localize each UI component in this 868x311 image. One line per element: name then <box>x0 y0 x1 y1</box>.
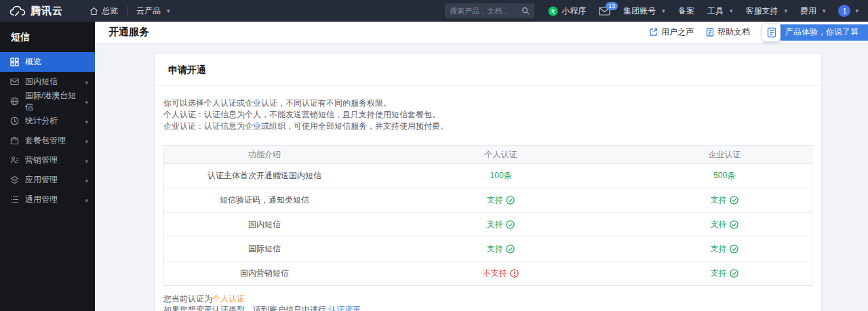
header-enterprise: 企业认证 <box>637 146 812 164</box>
sidebar-item-label: 通用管理 <box>25 194 58 205</box>
header-feature: 功能介绍 <box>164 146 365 164</box>
current-auth-value: 个人认证 <box>212 294 245 304</box>
miniprogram-label: 小程序 <box>561 5 586 17</box>
search-icon[interactable] <box>521 7 530 15</box>
auth-comparison-table: 功能介绍 个人认证 企业认证 认证主体首次开通赠送国内短信 100条 500条 … <box>163 145 812 286</box>
sidebar-title: 短信 <box>0 22 95 52</box>
experience-widget: 产品体验，你说了算 <box>762 24 868 41</box>
help-docs-label: 帮助文档 <box>717 26 750 38</box>
sidebar-item-general-mgmt[interactable]: 通用管理 <box>0 190 95 209</box>
clock-icon <box>10 117 19 125</box>
overview-nav[interactable]: 总览 <box>81 0 127 22</box>
check-circle-icon <box>730 196 738 205</box>
org-person-icon <box>10 156 19 165</box>
grid-icon <box>10 58 19 66</box>
settings-list-icon <box>10 195 19 204</box>
sidebar-item-label: 国际/港澳台短信 <box>25 90 79 113</box>
current-auth-prefix: 您当前认证为 <box>163 294 212 304</box>
tencent-cloud-logo[interactable]: 腾讯云 <box>9 5 63 18</box>
sidebar-item-label: 统计分析 <box>25 115 58 127</box>
miniprogram-link[interactable]: 小程序 <box>548 5 586 17</box>
chevron-down-icon <box>85 156 88 165</box>
sidebar-item-marketing-mgmt[interactable]: 营销管理 <box>0 150 95 170</box>
help-docs-link[interactable]: 帮助文档 <box>706 26 750 38</box>
page-header: 开通服务 用户之声 帮助文档 产 <box>95 22 868 43</box>
sidebar-item-label: 套餐包管理 <box>25 135 66 146</box>
sidebar-item-app-mgmt[interactable]: 应用管理 <box>0 170 95 190</box>
billing-menu[interactable]: 费用 <box>800 5 826 17</box>
sidebar-item-package-mgmt[interactable]: 套餐包管理 <box>0 131 95 150</box>
document-icon <box>706 28 714 37</box>
enterprise-value: 500条 <box>713 171 735 180</box>
topbar-right: 小程序 13 集团账号 备案 工具 客服支持 费用 1 <box>548 5 859 17</box>
sidebar: 短信 概览 国内短信 国际/港澳台短信 <box>0 22 95 311</box>
cloud-products-menu[interactable]: 云产品 <box>127 0 179 22</box>
brand-name: 腾讯云 <box>31 5 63 18</box>
check-circle-icon <box>506 196 515 205</box>
cloud-logo-icon <box>9 5 26 17</box>
personal-value: 支持 <box>487 243 503 255</box>
current-auth-line: 您当前认证为个人认证 <box>163 293 812 304</box>
auth-change-link[interactable]: 认证变更 <box>328 305 361 311</box>
user-voice-link[interactable]: 用户之声 <box>649 26 694 38</box>
enterprise-value: 支持 <box>711 219 727 230</box>
tools-menu[interactable]: 工具 <box>707 5 733 17</box>
feature-cell: 国际短信 <box>164 237 365 262</box>
sidebar-item-label: 国内短信 <box>25 76 58 87</box>
message-count-badge: 13 <box>606 2 618 10</box>
table-header-row: 功能介绍 个人认证 企业认证 <box>164 146 812 164</box>
change-prefix: 如果您想变更认证类型，请到账户信息中进行 <box>163 305 328 311</box>
auth-description: 你可以选择个人认证或企业认证，不同认证有不同的服务权限。 个人认证：认证信息为个… <box>163 98 812 132</box>
sidebar-item-label: 营销管理 <box>25 154 58 166</box>
miniprogram-icon <box>548 6 558 16</box>
avatar[interactable]: 1 <box>838 5 850 17</box>
page-title: 开通服务 <box>108 26 149 39</box>
tools-label: 工具 <box>707 5 724 17</box>
support-menu[interactable]: 客服支持 <box>745 5 787 17</box>
sidebar-item-intl-sms[interactable]: 国际/港澳台短信 <box>0 91 95 111</box>
table-row: 国际短信 支持 支持 <box>164 237 812 262</box>
overview-label: 总览 <box>102 5 118 17</box>
table-row: 短信验证码，通知类短信 支持 支持 <box>164 188 812 213</box>
billing-label: 费用 <box>800 5 816 17</box>
table-row: 国内营销短信 不支持 支持 <box>164 262 812 286</box>
feature-cell: 短信验证码，通知类短信 <box>164 188 365 213</box>
globe-icon <box>10 97 19 106</box>
desc-line: 个人认证：认证信息为个人，不能发送营销短信，且只支持使用短信套餐包。 <box>163 109 812 121</box>
account-menu[interactable]: 1 <box>838 5 859 17</box>
messages-button[interactable]: 13 <box>599 7 610 16</box>
sidebar-item-domestic-sms[interactable]: 国内短信 <box>0 72 95 91</box>
chevron-down-icon <box>85 77 88 87</box>
search-input[interactable] <box>450 7 517 15</box>
sidebar-item-statistics[interactable]: 统计分析 <box>0 111 95 131</box>
package-icon <box>10 136 19 145</box>
check-circle-icon <box>730 220 738 229</box>
cloud-products-label: 云产品 <box>136 5 161 17</box>
check-circle-icon <box>506 220 515 229</box>
personal-value: 不支持 <box>483 268 507 279</box>
topbar: 腾讯云 总览 云产品 <box>0 0 868 22</box>
check-circle-icon <box>730 269 738 278</box>
warning-circle-icon <box>510 269 519 278</box>
card-title: 申请开通 <box>155 54 821 86</box>
header-personal: 个人认证 <box>365 146 637 164</box>
home-icon <box>90 7 98 16</box>
user-voice-label: 用户之声 <box>661 26 694 38</box>
survey-doc-icon[interactable] <box>762 24 781 41</box>
beian-link[interactable]: 备案 <box>678 5 694 17</box>
chevron-down-icon <box>85 97 88 106</box>
page-header-actions: 用户之声 帮助文档 产品体验，你说了算 <box>649 24 868 41</box>
apply-card: 申请开通 你可以选择个人认证或企业认证，不同认证有不同的服务权限。 个人认证：认… <box>155 54 821 311</box>
group-account-menu[interactable]: 集团账号 <box>623 5 665 17</box>
feature-cell: 认证主体首次开通赠送国内短信 <box>164 164 365 188</box>
experience-button-label: 产品体验，你说了算 <box>785 26 859 38</box>
feedback-icon <box>649 28 658 37</box>
product-experience-button[interactable]: 产品体验，你说了算 <box>774 24 868 41</box>
personal-value: 支持 <box>487 219 503 230</box>
chevron-down-icon <box>85 195 88 205</box>
change-suffix: 。 <box>361 305 369 311</box>
support-label: 客服支持 <box>745 5 778 17</box>
sidebar-item-overview[interactable]: 概览 <box>0 52 95 72</box>
topbar-search[interactable] <box>445 3 534 18</box>
check-circle-icon <box>506 245 515 253</box>
